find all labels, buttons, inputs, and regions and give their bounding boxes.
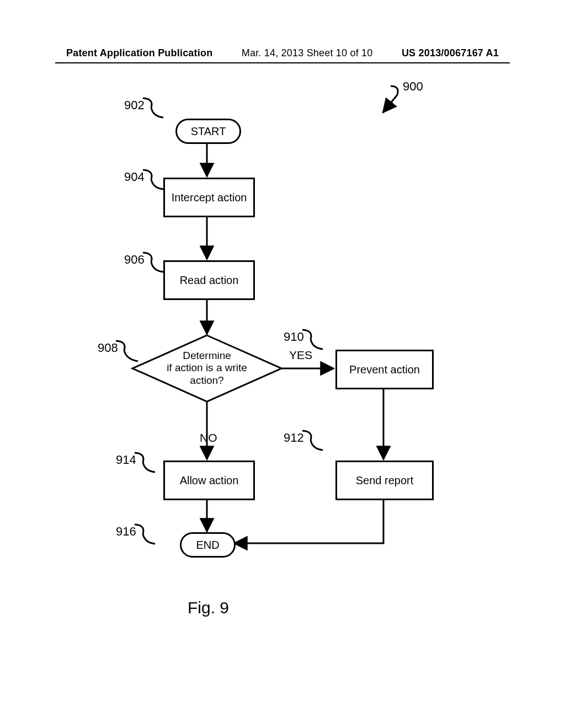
figure-caption: Fig. 9 [188, 598, 229, 617]
edge-label-no: NO [200, 431, 217, 445]
node-decision: Determine if action is a write action? [163, 350, 251, 387]
node-intercept: Intercept action [163, 178, 255, 217]
ref-908: 908 [98, 341, 118, 355]
node-end: END [180, 532, 236, 558]
diagram-svg [0, 0, 565, 728]
page: Patent Application Publication Mar. 14, … [0, 0, 565, 728]
node-start: START [175, 119, 241, 144]
node-allow: Allow action [163, 461, 255, 500]
ref-914: 914 [116, 453, 136, 467]
ref-910: 910 [284, 330, 304, 344]
flowchart-diagram: START Intercept action Read action Deter… [0, 0, 565, 728]
node-prevent: Prevent action [335, 350, 434, 389]
svg-line-0 [383, 95, 397, 113]
ref-912: 912 [284, 431, 304, 445]
edge-label-yes: YES [289, 349, 312, 362]
ref-906: 906 [124, 253, 145, 267]
node-send-report: Send report [335, 461, 434, 500]
ref-900: 900 [403, 79, 423, 94]
ref-904: 904 [124, 170, 145, 184]
ref-916: 916 [116, 524, 136, 539]
ref-902: 902 [124, 98, 145, 113]
node-read: Read action [163, 260, 255, 300]
